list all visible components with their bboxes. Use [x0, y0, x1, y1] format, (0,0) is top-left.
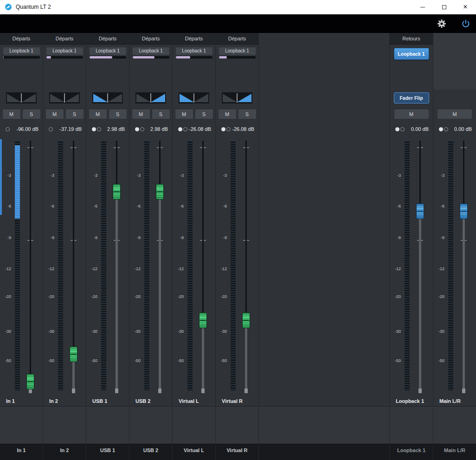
channel-footer-panel: [216, 406, 258, 444]
fader-db-value[interactable]: 0.00 dB: [411, 126, 429, 132]
mute-solo-row: M S: [43, 106, 86, 122]
send-loopback-button[interactable]: Loopback 1: [219, 47, 256, 55]
fader-section: -3-6-9-12-20-30-50: [43, 136, 86, 396]
stereo-link-toggle[interactable]: [6, 127, 10, 131]
fader-db-value[interactable]: 2.98 dB: [150, 126, 168, 132]
fader-handle[interactable]: [113, 184, 121, 200]
fader-track[interactable]: [29, 141, 32, 393]
fader-flip-button[interactable]: Fader Flip: [394, 92, 429, 104]
mute-button[interactable]: M: [2, 109, 21, 119]
pan-center-line: [150, 93, 151, 103]
pan-control[interactable]: [6, 92, 37, 104]
channel-strips: Départs Loopback 1 M S -96.00 dB: [0, 33, 476, 444]
sends-header: Départs: [216, 33, 258, 45]
channel-footer-panel: [390, 406, 433, 444]
level-meter: [448, 141, 453, 390]
pan-control[interactable]: [135, 92, 166, 104]
fader-track[interactable]: [201, 141, 205, 393]
fader-track[interactable]: [462, 141, 465, 393]
fader-handle[interactable]: [460, 203, 468, 219]
fader-track-end: [115, 389, 118, 393]
mute-button[interactable]: M: [437, 109, 472, 119]
scale-label: -20: [48, 294, 54, 299]
solo-button[interactable]: S: [195, 109, 213, 119]
top-toolbar: [0, 14, 476, 33]
fader-db-value[interactable]: 0.00 dB: [454, 126, 472, 132]
solo-button[interactable]: S: [109, 109, 127, 119]
fader-handle[interactable]: [199, 312, 207, 328]
level-meter: [187, 141, 193, 390]
scale-label: -9: [137, 235, 141, 240]
fader-handle[interactable]: [70, 346, 77, 362]
power-button-icon[interactable]: [461, 19, 470, 28]
bottom-channel-label: USB 2: [129, 444, 173, 460]
close-button[interactable]: ×: [455, 0, 476, 14]
fader-track[interactable]: [244, 141, 248, 393]
scale-label: -30: [178, 329, 184, 334]
stereo-link-toggle[interactable]: [395, 127, 405, 131]
send-loopback-button[interactable]: Loopback 1: [46, 47, 83, 55]
send-level-meter: [3, 56, 40, 58]
settings-gear-icon[interactable]: [437, 19, 446, 28]
bottom-mix-tab-main[interactable]: Main L/R: [433, 444, 476, 460]
stereo-link-toggle[interactable]: [92, 127, 101, 131]
send-loopback-button[interactable]: Loopback 1: [133, 47, 169, 55]
send-level-meter: [46, 56, 83, 58]
fader-db-value[interactable]: -37.19 dB: [59, 126, 82, 132]
mute-button[interactable]: M: [218, 109, 237, 119]
sends-header: Départs: [0, 33, 43, 45]
scale-label: -3: [7, 173, 11, 178]
channel-footer-panel: [86, 406, 129, 444]
pan-control[interactable]: [49, 92, 80, 104]
pan-center-line: [193, 93, 194, 103]
returns-tab-row: [433, 45, 476, 63]
loopback-mix-tab-button[interactable]: Loopback 1: [394, 48, 429, 60]
fader-section: -3-6-9-12-20-30-50: [390, 136, 433, 396]
send-loopback-button[interactable]: Loopback 1: [3, 47, 40, 55]
maximize-button[interactable]: [433, 0, 455, 14]
pan-left-triangle-icon: [136, 94, 151, 102]
fader-flip-row: Fader Flip: [390, 90, 433, 106]
mute-solo-row: M S: [0, 106, 43, 122]
minimize-button[interactable]: [412, 0, 433, 14]
pan-control[interactable]: [222, 92, 252, 104]
solo-button[interactable]: S: [65, 109, 84, 119]
solo-button[interactable]: S: [238, 109, 257, 119]
send-level-meter: [90, 56, 126, 58]
level-row: -37.19 dB: [43, 122, 86, 136]
fader-handle[interactable]: [416, 203, 424, 219]
fader-handle[interactable]: [242, 312, 250, 328]
mute-button[interactable]: M: [89, 109, 107, 119]
send-level-meter: [219, 56, 256, 58]
stereo-link-toggle[interactable]: [178, 127, 187, 131]
mute-button[interactable]: M: [45, 109, 64, 119]
pan-center-line: [237, 93, 238, 103]
pan-control[interactable]: [92, 92, 123, 104]
fader-scale: -3-6-9-12-20-30-50: [129, 136, 142, 396]
fader-db-value[interactable]: -26.08 dB: [189, 126, 211, 132]
solo-button[interactable]: S: [152, 109, 170, 119]
mute-button[interactable]: M: [132, 109, 150, 119]
channel-name-label: In 2: [43, 396, 86, 406]
fader-handle[interactable]: [26, 374, 34, 389]
pan-control[interactable]: [179, 92, 209, 104]
send-loopback-button[interactable]: Loopback 1: [90, 47, 126, 55]
mute-button[interactable]: M: [394, 109, 429, 119]
fader-handle[interactable]: [156, 184, 164, 200]
fader-track[interactable]: [418, 141, 422, 393]
channel-strip-usb-1: Départs Loopback 1 M S 2.98 dB: [86, 33, 129, 444]
fader-track[interactable]: [158, 141, 161, 393]
solo-button[interactable]: S: [22, 109, 41, 119]
bottom-mix-tab-loopback[interactable]: Loopback 1: [390, 444, 433, 460]
send-loopback-button[interactable]: Loopback 1: [176, 47, 212, 55]
fader-db-value[interactable]: 2.98 dB: [107, 126, 125, 132]
fader-track[interactable]: [115, 141, 118, 393]
link-circle-icon: [97, 127, 101, 131]
fader-db-value[interactable]: -26.08 dB: [232, 126, 254, 132]
stereo-link-toggle[interactable]: [135, 127, 144, 131]
stereo-link-toggle[interactable]: [439, 127, 448, 131]
stereo-link-toggle[interactable]: [49, 127, 53, 131]
stereo-link-toggle[interactable]: [221, 127, 231, 131]
mute-button[interactable]: M: [175, 109, 193, 119]
fader-db-value[interactable]: -96.00 dB: [16, 126, 39, 132]
